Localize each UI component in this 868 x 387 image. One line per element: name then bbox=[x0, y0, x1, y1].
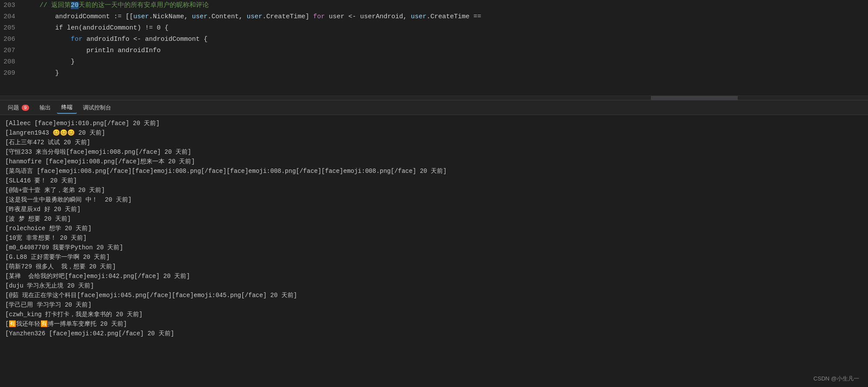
terminal-line: [SLL416 要！ 20 天前] bbox=[5, 176, 863, 185]
tab-label: 调试控制台 bbox=[83, 104, 111, 112]
terminal-line: [@陆+壹十壹 来了，老弟 20 天前] bbox=[5, 185, 863, 195]
code-line: 205 if len(androidCommont) != 0 { bbox=[0, 23, 868, 34]
tab-debug-console[interactable]: 调试控制台 bbox=[79, 102, 116, 114]
tab-problems[interactable]: 问题9 bbox=[3, 102, 33, 114]
tab-output[interactable]: 输出 bbox=[35, 102, 55, 114]
terminal-line: [G.L88 正好需要学一学啊 20 天前] bbox=[5, 252, 863, 262]
line-number: 203 bbox=[0, 0, 24, 11]
terminal-line: [Yanzhen326 [face]emoji:042.png[/face] 2… bbox=[5, 329, 863, 338]
terminal-line: [守恒233 来当分母啦[face]emoji:008.png[/face] 2… bbox=[5, 147, 863, 157]
terminal-line: [rolechoice 想学 20 天前] bbox=[5, 224, 863, 233]
tab-terminal[interactable]: 终端 bbox=[57, 102, 77, 114]
terminal-line: [Alleec [face]emoji:010.png[/face] 20 天前… bbox=[5, 119, 863, 128]
terminal-line: [石上三年472 试试 20 天前] bbox=[5, 138, 863, 147]
terminal-line: [菜鸟语言 [face]emoji:008.png[/face][face]em… bbox=[5, 166, 863, 176]
line-content: } bbox=[24, 56, 868, 68]
terminal-line: [langren1943 😊😊😊 20 天前] bbox=[5, 128, 863, 138]
line-number: 208 bbox=[0, 56, 24, 68]
line-content: for androidInfo <- androidCommont { bbox=[24, 34, 868, 45]
terminal-line: [某禅 会给我的对吧[face]emoji:042.png[/face] 20 … bbox=[5, 271, 863, 281]
line-number: 205 bbox=[0, 23, 24, 34]
line-content: println androidInfo bbox=[24, 45, 868, 56]
terminal-line: [这是我一生中最勇敢的瞬间 中！ 20 天前] bbox=[5, 195, 863, 205]
line-content: } bbox=[24, 68, 868, 79]
tab-badge: 9 bbox=[22, 105, 29, 111]
code-line: 206 for androidInfo <- androidCommont { bbox=[0, 34, 868, 45]
terminal-output[interactable]: [Alleec [face]emoji:010.png[/face] 20 天前… bbox=[0, 115, 868, 387]
code-editor: 203 // 返回第20天前的这一天中的所有安卓用户的昵称和评论204 andr… bbox=[0, 0, 868, 96]
line-content: // 返回第20天前的这一天中的所有安卓用户的昵称和评论 bbox=[24, 0, 868, 11]
terminal-line: [@茹 现在正在学这个科目[face]emoji:045.png[/face][… bbox=[5, 291, 863, 300]
code-line: 207 println androidInfo bbox=[0, 45, 868, 56]
terminal-line: [学己已用 学习学习 20 天前] bbox=[5, 300, 863, 310]
horizontal-scrollbar[interactable] bbox=[0, 96, 868, 100]
tab-label: 问题 bbox=[8, 104, 19, 112]
line-number: 206 bbox=[0, 34, 24, 45]
line-number: 209 bbox=[0, 68, 24, 79]
line-content: androidCommont := [[user.NickName, user.… bbox=[24, 11, 868, 23]
terminal-line: [czwh_king 打卡打卡，我是来拿书的 20 天前] bbox=[5, 310, 863, 319]
line-number: 207 bbox=[0, 45, 24, 56]
terminal-line: [🈶我还年轻🈶搏一搏单车变摩托 20 天前] bbox=[5, 319, 863, 329]
code-line: 209 } bbox=[0, 68, 868, 79]
line-content: if len(androidCommont) != 0 { bbox=[24, 23, 868, 34]
code-line: 204 androidCommont := [[user.NickName, u… bbox=[0, 11, 868, 23]
code-line: 203 // 返回第20天前的这一天中的所有安卓用户的昵称和评论 bbox=[0, 0, 868, 11]
line-number: 204 bbox=[0, 11, 24, 23]
code-line: 208 } bbox=[0, 56, 868, 68]
scrollbar-thumb[interactable] bbox=[651, 96, 738, 100]
terminal-line: [hanmofire [face]emoji:008.png[/face]想来一… bbox=[5, 157, 863, 166]
terminal-line: [波 梦 想要 20 天前] bbox=[5, 214, 863, 224]
terminal-line: [昨夜星辰xd 好 20 天前] bbox=[5, 205, 863, 214]
panel-tab-bar: 问题9输出终端调试控制台 bbox=[0, 100, 868, 115]
tab-label: 终端 bbox=[61, 103, 73, 111]
tab-label: 输出 bbox=[40, 104, 51, 112]
terminal-line: [10宽 非常想要！ 20 天前] bbox=[5, 233, 863, 243]
watermark: CSDN @小生凡一 bbox=[813, 375, 859, 383]
terminal-line: [m0_64087709 我要学Python 20 天前] bbox=[5, 243, 863, 252]
terminal-line: [duju 学习永无止境 20 天前] bbox=[5, 281, 863, 291]
terminal-line: [萌新729 很多人 我，想要 20 天前] bbox=[5, 262, 863, 271]
